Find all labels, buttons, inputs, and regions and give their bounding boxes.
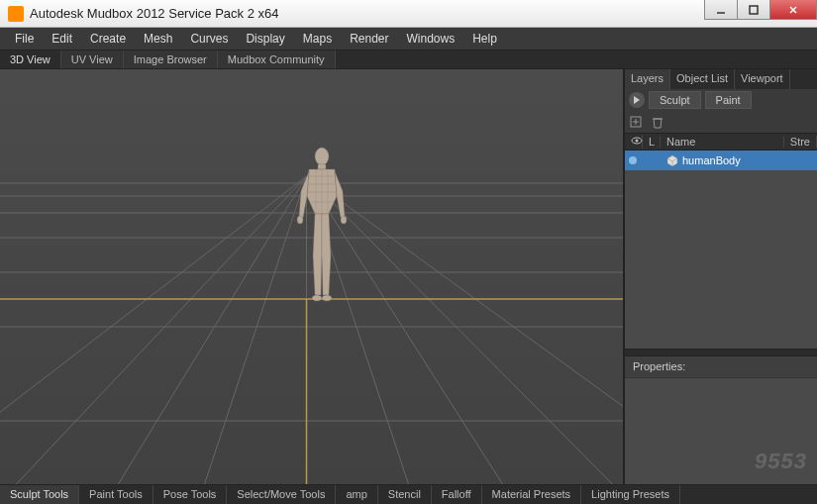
- window-title: Autodesk Mudbox 2012 Service Pack 2 x64: [30, 6, 705, 21]
- tab-uv-view[interactable]: UV View: [61, 50, 124, 68]
- panel-splitter[interactable]: [625, 349, 817, 356]
- strength-column[interactable]: Stre: [784, 136, 817, 148]
- layer-mode-row: Sculpt Paint: [625, 89, 817, 111]
- watermark: 9553: [755, 449, 807, 474]
- tab-image-browser[interactable]: Image Browser: [124, 50, 218, 68]
- visibility-dot-icon[interactable]: [629, 156, 637, 164]
- tab-mudbox-community[interactable]: Mudbox Community: [218, 50, 336, 68]
- properties-header: Properties:: [625, 356, 817, 378]
- layer-list[interactable]: humanBody: [625, 151, 817, 349]
- layer-toolbar: [625, 111, 817, 133]
- right-panel-tabs: Layers Object List Viewport: [625, 69, 817, 89]
- layer-name: humanBody: [682, 154, 741, 166]
- window-controls: [705, 0, 817, 27]
- maximize-button[interactable]: [737, 0, 770, 20]
- tab-lighting-presets[interactable]: Lighting Presets: [581, 485, 680, 504]
- tab-3d-view[interactable]: 3D View: [0, 50, 61, 68]
- svg-point-23: [315, 148, 329, 165]
- menu-render[interactable]: Render: [341, 29, 397, 49]
- tab-viewport[interactable]: Viewport: [735, 69, 790, 89]
- menu-bar: File Edit Create Mesh Curves Display Map…: [0, 28, 817, 50]
- tab-amp[interactable]: amp: [336, 485, 377, 504]
- name-column[interactable]: Name: [661, 136, 784, 148]
- main-area: Layers Object List Viewport Sculpt Paint…: [0, 69, 817, 484]
- play-icon[interactable]: [629, 92, 645, 108]
- visibility-column-icon[interactable]: [625, 135, 643, 149]
- tab-paint-tools[interactable]: Paint Tools: [79, 485, 153, 504]
- svg-point-25: [297, 216, 303, 224]
- viewport-3d[interactable]: [0, 69, 624, 484]
- mesh-icon: [666, 154, 678, 166]
- minimize-button[interactable]: [704, 0, 738, 20]
- layer-list-header: L Name Stre: [625, 133, 817, 151]
- menu-create[interactable]: Create: [81, 29, 135, 49]
- tab-material-presets[interactable]: Material Presets: [482, 485, 581, 504]
- new-layer-icon[interactable]: [629, 115, 643, 129]
- menu-maps[interactable]: Maps: [294, 29, 341, 49]
- tab-sculpt-tools[interactable]: Sculpt Tools: [0, 485, 79, 504]
- svg-rect-24: [318, 164, 326, 169]
- right-panel: Layers Object List Viewport Sculpt Paint…: [624, 69, 817, 484]
- menu-display[interactable]: Display: [237, 29, 293, 49]
- svg-point-42: [636, 140, 639, 143]
- app-icon: [8, 6, 24, 22]
- menu-edit[interactable]: Edit: [43, 29, 81, 49]
- lock-column[interactable]: L: [643, 136, 661, 148]
- tab-select-move-tools[interactable]: Select/Move Tools: [227, 485, 336, 504]
- menu-windows[interactable]: Windows: [397, 29, 463, 49]
- svg-point-28: [322, 295, 332, 301]
- paint-mode-button[interactable]: Paint: [705, 91, 752, 109]
- close-button[interactable]: [769, 0, 817, 20]
- menu-file[interactable]: File: [6, 29, 43, 49]
- tab-falloff[interactable]: Falloff: [432, 485, 482, 504]
- svg-point-26: [341, 216, 347, 224]
- menu-curves[interactable]: Curves: [181, 29, 237, 49]
- svg-point-27: [312, 295, 322, 301]
- human-body-mesh[interactable]: [287, 147, 357, 305]
- svg-rect-1: [750, 6, 758, 14]
- menu-mesh[interactable]: Mesh: [135, 29, 181, 49]
- menu-help[interactable]: Help: [463, 29, 506, 49]
- tab-object-list[interactable]: Object List: [670, 69, 735, 89]
- tab-stencil[interactable]: Stencil: [378, 485, 432, 504]
- tab-layers[interactable]: Layers: [625, 69, 670, 89]
- svg-marker-36: [634, 96, 640, 104]
- tab-pose-tools[interactable]: Pose Tools: [153, 485, 228, 504]
- sculpt-mode-button[interactable]: Sculpt: [649, 91, 701, 109]
- view-tabs: 3D View UV View Image Browser Mudbox Com…: [0, 50, 817, 69]
- window-titlebar: Autodesk Mudbox 2012 Service Pack 2 x64: [0, 0, 817, 28]
- layer-row-humanbody[interactable]: humanBody: [625, 151, 817, 170]
- delete-layer-icon[interactable]: [651, 115, 664, 129]
- bottom-tool-tabs: Sculpt Tools Paint Tools Pose Tools Sele…: [0, 484, 817, 504]
